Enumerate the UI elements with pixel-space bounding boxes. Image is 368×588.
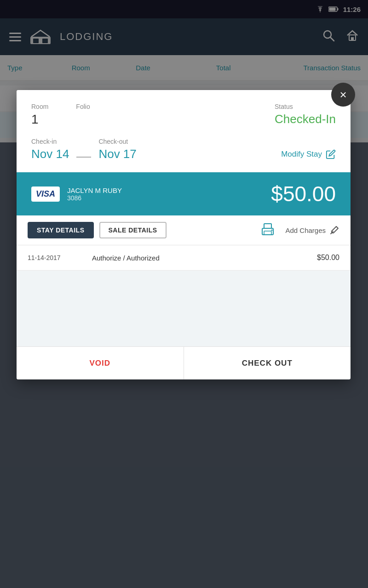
modal-footer: VOID CHECK OUT — [17, 346, 351, 379]
checkout-button[interactable]: CHECK OUT — [184, 347, 351, 379]
svg-rect-12 — [264, 231, 271, 235]
edit-icon — [326, 149, 336, 159]
transaction-date: 11-14-2017 — [28, 254, 83, 261]
close-icon: × — [339, 89, 346, 101]
room-label: Room — [31, 103, 48, 110]
svg-point-13 — [271, 230, 273, 231]
visa-text: VISA — [36, 189, 55, 198]
checkout-field: Check-out Nov 17 — [98, 138, 136, 161]
sale-details-tab[interactable]: SALE DETAILS — [99, 222, 167, 238]
print-button[interactable] — [259, 223, 276, 237]
checkin-field: Check-in Nov 14 — [31, 138, 69, 161]
transaction-description: Authorize / Authorized — [83, 254, 317, 262]
add-charges-button[interactable]: Add Charges — [285, 225, 339, 235]
close-button[interactable]: × — [331, 83, 355, 107]
status-label: Status — [275, 103, 336, 110]
print-icon — [259, 223, 276, 237]
payment-section: VISA JACLYN M RUBY 3086 $50.00 — [17, 172, 351, 215]
void-button[interactable]: VOID — [17, 347, 184, 379]
folio-field: Folio — [76, 103, 90, 127]
folio-label: Folio — [76, 103, 90, 110]
room-folio-status-row: Room 1 Folio Status Checked-In — [31, 103, 336, 127]
status-field: Status Checked-In — [275, 103, 336, 127]
date-separator — [76, 157, 91, 158]
room-field: Room 1 — [31, 103, 48, 127]
payment-amount: $50.00 — [271, 181, 336, 206]
add-charges-label: Add Charges — [285, 226, 326, 234]
table-row: 11-14-2017 Authorize / Authorized $50.00 — [17, 245, 351, 271]
card-last-four: 3086 — [67, 194, 122, 202]
room-value: 1 — [31, 112, 48, 127]
modify-stay-label: Modify Stay — [281, 150, 322, 159]
visa-logo: VISA — [31, 187, 60, 202]
stay-details-tab[interactable]: STAY DETAILS — [28, 222, 94, 238]
checkout-label: Check-out — [98, 138, 136, 145]
checkout-value: Nov 17 — [98, 147, 136, 161]
modify-stay-button[interactable]: Modify Stay — [281, 149, 336, 161]
card-info: JACLYN M RUBY 3086 — [67, 187, 122, 202]
add-charges-icon — [329, 225, 339, 235]
checkin-value: Nov 14 — [31, 147, 69, 161]
svg-rect-11 — [264, 224, 271, 228]
modal-dialog: Room 1 Folio Status Checked-In Check-in … — [17, 90, 351, 379]
modal-top-section: Room 1 Folio Status Checked-In Check-in … — [17, 90, 351, 172]
checkin-label: Check-in — [31, 138, 69, 145]
card-holder-name: JACLYN M RUBY — [67, 187, 122, 194]
empty-transaction-area — [17, 271, 351, 335]
status-value: Checked-In — [275, 112, 336, 126]
dates-row: Check-in Nov 14 Check-out Nov 17 Modify … — [31, 138, 336, 161]
transaction-section: 11-14-2017 Authorize / Authorized $50.00 — [17, 245, 351, 346]
action-tabs: STAY DETAILS SALE DETAILS Add Charges — [17, 215, 351, 245]
transaction-amount: $50.00 — [317, 254, 339, 262]
